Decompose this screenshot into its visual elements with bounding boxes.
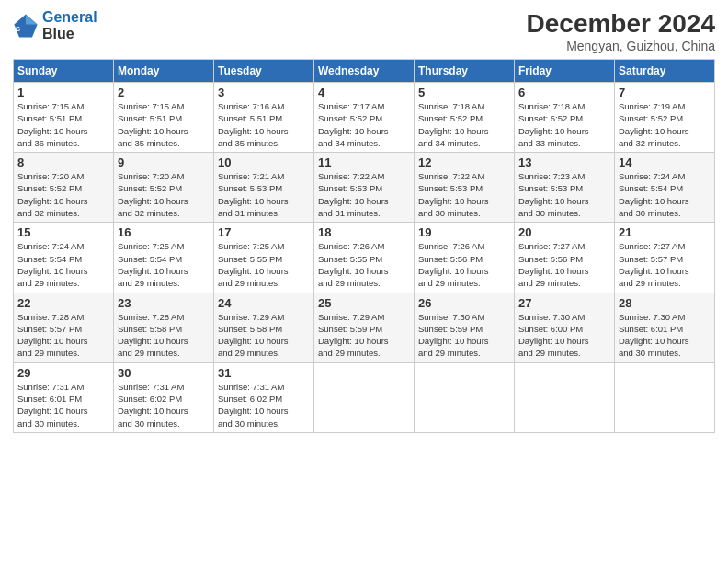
day-number: 6 [518, 86, 610, 99]
logo-text: General Blue [42, 9, 97, 41]
table-row: 2Sunrise: 7:15 AM Sunset: 5:51 PM Daylig… [114, 83, 214, 153]
calendar-week-row: 8Sunrise: 7:20 AM Sunset: 5:52 PM Daylig… [14, 153, 715, 223]
day-number: 12 [418, 155, 510, 169]
day-number: 1 [17, 86, 109, 99]
table-row: 9Sunrise: 7:20 AM Sunset: 5:52 PM Daylig… [114, 153, 214, 223]
day-info: Sunrise: 7:25 AM Sunset: 5:55 PM Dayligh… [218, 240, 310, 289]
day-number: 17 [218, 225, 310, 239]
page-subtitle: Mengyan, Guizhou, China [527, 39, 715, 53]
day-info: Sunrise: 7:24 AM Sunset: 5:54 PM Dayligh… [619, 170, 711, 219]
table-row: 19Sunrise: 7:26 AM Sunset: 5:56 PM Dayli… [415, 223, 515, 293]
day-info: Sunrise: 7:15 AM Sunset: 5:51 PM Dayligh… [17, 100, 109, 149]
day-info: Sunrise: 7:21 AM Sunset: 5:53 PM Dayligh… [218, 170, 310, 219]
day-info: Sunrise: 7:22 AM Sunset: 5:53 PM Dayligh… [418, 170, 510, 219]
calendar-header-row: Sunday Monday Tuesday Wednesday Thursday… [14, 60, 715, 83]
day-info: Sunrise: 7:31 AM Sunset: 6:02 PM Dayligh… [218, 381, 310, 430]
table-row: 22Sunrise: 7:28 AM Sunset: 5:57 PM Dayli… [14, 293, 114, 362]
table-row: 5Sunrise: 7:18 AM Sunset: 5:52 PM Daylig… [415, 83, 515, 153]
table-row: 27Sunrise: 7:30 AM Sunset: 6:00 PM Dayli… [515, 293, 615, 362]
table-row: 17Sunrise: 7:25 AM Sunset: 5:55 PM Dayli… [214, 223, 314, 293]
svg-text:G: G [16, 25, 21, 31]
table-row: 3Sunrise: 7:16 AM Sunset: 5:51 PM Daylig… [214, 83, 314, 153]
table-row: 23Sunrise: 7:28 AM Sunset: 5:58 PM Dayli… [114, 293, 214, 362]
page-container: G General Blue December 2024 Mengyan, Gu… [0, 0, 728, 439]
day-number: 8 [17, 155, 109, 169]
table-row: 7Sunrise: 7:19 AM Sunset: 5:52 PM Daylig… [615, 83, 715, 153]
day-number: 5 [418, 86, 510, 99]
day-number: 18 [318, 225, 410, 239]
header-friday: Friday [515, 60, 615, 83]
table-row: 1Sunrise: 7:15 AM Sunset: 5:51 PM Daylig… [14, 83, 114, 153]
table-row: 11Sunrise: 7:22 AM Sunset: 5:53 PM Dayli… [314, 153, 415, 223]
day-number: 10 [218, 155, 310, 169]
table-row [314, 362, 415, 432]
day-info: Sunrise: 7:19 AM Sunset: 5:52 PM Dayligh… [619, 100, 711, 149]
day-info: Sunrise: 7:15 AM Sunset: 5:51 PM Dayligh… [118, 100, 210, 149]
table-row: 13Sunrise: 7:23 AM Sunset: 5:53 PM Dayli… [515, 153, 615, 223]
table-row: 25Sunrise: 7:29 AM Sunset: 5:59 PM Dayli… [314, 293, 415, 362]
table-row: 28Sunrise: 7:30 AM Sunset: 6:01 PM Dayli… [615, 293, 715, 362]
svg-marker-1 [26, 14, 38, 24]
day-number: 20 [518, 225, 610, 239]
day-info: Sunrise: 7:27 AM Sunset: 5:57 PM Dayligh… [619, 240, 711, 289]
header: G General Blue December 2024 Mengyan, Gu… [13, 9, 715, 53]
calendar-week-row: 22Sunrise: 7:28 AM Sunset: 5:57 PM Dayli… [14, 293, 715, 362]
day-info: Sunrise: 7:28 AM Sunset: 5:58 PM Dayligh… [118, 311, 210, 360]
day-info: Sunrise: 7:25 AM Sunset: 5:54 PM Dayligh… [118, 240, 210, 289]
day-number: 30 [118, 366, 210, 380]
table-row: 14Sunrise: 7:24 AM Sunset: 5:54 PM Dayli… [615, 153, 715, 223]
header-tuesday: Tuesday [214, 60, 314, 83]
table-row: 12Sunrise: 7:22 AM Sunset: 5:53 PM Dayli… [415, 153, 515, 223]
table-row [615, 362, 715, 432]
day-info: Sunrise: 7:22 AM Sunset: 5:53 PM Dayligh… [318, 170, 410, 219]
day-info: Sunrise: 7:30 AM Sunset: 6:00 PM Dayligh… [518, 311, 610, 360]
day-number: 7 [619, 86, 711, 99]
table-row: 6Sunrise: 7:18 AM Sunset: 5:52 PM Daylig… [515, 83, 615, 153]
header-thursday: Thursday [415, 60, 515, 83]
day-info: Sunrise: 7:20 AM Sunset: 5:52 PM Dayligh… [17, 170, 109, 219]
calendar-table: Sunday Monday Tuesday Wednesday Thursday… [13, 59, 715, 433]
day-info: Sunrise: 7:20 AM Sunset: 5:52 PM Dayligh… [118, 170, 210, 219]
day-number: 2 [118, 86, 210, 99]
table-row: 31Sunrise: 7:31 AM Sunset: 6:02 PM Dayli… [214, 362, 314, 432]
day-info: Sunrise: 7:29 AM Sunset: 5:59 PM Dayligh… [318, 311, 410, 360]
calendar-week-row: 29Sunrise: 7:31 AM Sunset: 6:01 PM Dayli… [14, 362, 715, 432]
table-row: 15Sunrise: 7:24 AM Sunset: 5:54 PM Dayli… [14, 223, 114, 293]
day-number: 28 [619, 296, 711, 310]
header-sunday: Sunday [14, 60, 114, 83]
day-info: Sunrise: 7:31 AM Sunset: 6:01 PM Dayligh… [17, 381, 109, 430]
header-saturday: Saturday [615, 60, 715, 83]
day-number: 22 [17, 296, 109, 310]
day-number: 27 [518, 296, 610, 310]
day-info: Sunrise: 7:23 AM Sunset: 5:53 PM Dayligh… [518, 170, 610, 219]
header-monday: Monday [114, 60, 214, 83]
page-title: December 2024 [527, 9, 715, 39]
logo-icon: G [13, 13, 39, 39]
day-number: 11 [318, 155, 410, 169]
day-info: Sunrise: 7:31 AM Sunset: 6:02 PM Dayligh… [118, 381, 210, 430]
table-row: 16Sunrise: 7:25 AM Sunset: 5:54 PM Dayli… [114, 223, 214, 293]
table-row: 8Sunrise: 7:20 AM Sunset: 5:52 PM Daylig… [14, 153, 114, 223]
day-number: 26 [418, 296, 510, 310]
day-number: 24 [218, 296, 310, 310]
table-row: 30Sunrise: 7:31 AM Sunset: 6:02 PM Dayli… [114, 362, 214, 432]
day-number: 25 [318, 296, 410, 310]
day-number: 14 [619, 155, 711, 169]
table-row: 18Sunrise: 7:26 AM Sunset: 5:55 PM Dayli… [314, 223, 415, 293]
table-row: 24Sunrise: 7:29 AM Sunset: 5:58 PM Dayli… [214, 293, 314, 362]
day-info: Sunrise: 7:30 AM Sunset: 6:01 PM Dayligh… [619, 311, 711, 360]
day-info: Sunrise: 7:28 AM Sunset: 5:57 PM Dayligh… [17, 311, 109, 360]
day-number: 3 [218, 86, 310, 99]
table-row: 21Sunrise: 7:27 AM Sunset: 5:57 PM Dayli… [615, 223, 715, 293]
day-number: 15 [17, 225, 109, 239]
day-number: 19 [418, 225, 510, 239]
day-info: Sunrise: 7:17 AM Sunset: 5:52 PM Dayligh… [318, 100, 410, 149]
day-number: 29 [17, 366, 109, 380]
table-row [515, 362, 615, 432]
table-row [415, 362, 515, 432]
header-wednesday: Wednesday [314, 60, 415, 83]
title-section: December 2024 Mengyan, Guizhou, China [527, 9, 715, 53]
day-number: 23 [118, 296, 210, 310]
day-number: 31 [218, 366, 310, 380]
day-info: Sunrise: 7:30 AM Sunset: 5:59 PM Dayligh… [418, 311, 510, 360]
